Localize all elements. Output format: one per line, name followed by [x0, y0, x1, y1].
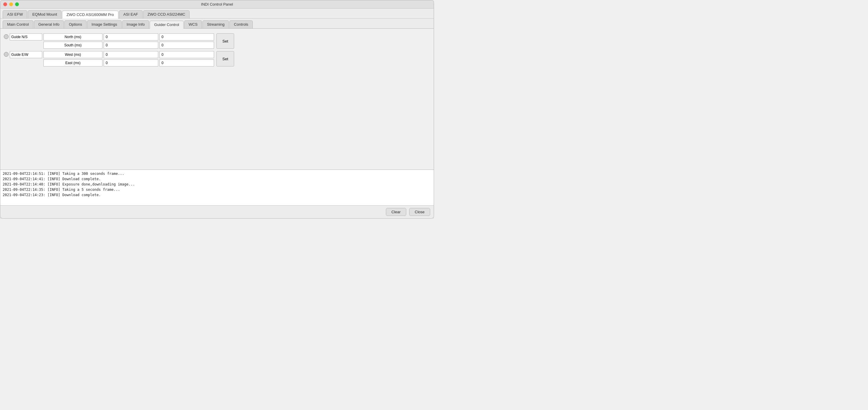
guide-ew-east-input1[interactable]: [106, 61, 156, 65]
bottom-bar: Clear Close: [0, 205, 434, 218]
clear-button[interactable]: Clear: [386, 208, 406, 216]
guide-ns-north-row: North (ms): [43, 33, 214, 40]
log-line-2: 2021-09-04T22:14:40: [INFO] Exposure don…: [3, 182, 431, 187]
device-tab-asi-eaf[interactable]: ASI EAF: [119, 10, 143, 18]
guide-ns-south-val2[interactable]: [159, 42, 214, 49]
log-area[interactable]: 2021-09-04T22:14:51: [INFO] Taking a 300…: [0, 170, 434, 205]
titlebar: INDI Control Panel: [0, 0, 434, 8]
device-tabs: ASI EFW EQMod Mount ZWO CCD ASI1600MM Pr…: [0, 8, 434, 19]
guide-ns-south-val1[interactable]: [104, 42, 158, 49]
guide-ns-south-label: South (ms): [43, 42, 102, 49]
guide-ns-controls: North (ms) South (ms): [43, 33, 214, 49]
guide-ns-south-input1[interactable]: [106, 43, 156, 47]
device-tab-asi-efw[interactable]: ASI EFW: [3, 10, 27, 18]
section-tabs: Main Control General Info Options Image …: [0, 19, 434, 29]
guide-ns-north-val1[interactable]: [104, 33, 158, 40]
guide-ew-controls: West (ms) East (ms): [43, 51, 214, 66]
log-line-0: 2021-09-04T22:14:51: [INFO] Taking a 300…: [3, 171, 431, 176]
guide-ns-indicator: [4, 34, 8, 39]
guide-ew-set-button[interactable]: Set: [216, 51, 234, 66]
guide-ew-west-val1[interactable]: [104, 51, 158, 58]
tab-controls[interactable]: Controls: [229, 20, 252, 28]
device-tab-zwo-224[interactable]: ZWO CCD ASI224MC: [143, 10, 190, 18]
guide-ew-west-label: West (ms): [43, 51, 102, 58]
log-line-3: 2021-09-04T22:14:35: [INFO] Taking a 5 s…: [3, 187, 431, 192]
close-window-button[interactable]: Close: [409, 208, 430, 216]
guide-ew-west-row: West (ms): [43, 51, 214, 58]
tab-general-info[interactable]: General Info: [34, 20, 64, 28]
tab-main-control[interactable]: Main Control: [3, 20, 33, 28]
guide-ew-west-input2[interactable]: [161, 53, 212, 57]
guide-ew-east-row: East (ms): [43, 59, 214, 66]
guide-ns-set-button[interactable]: Set: [216, 33, 234, 49]
tab-image-settings[interactable]: Image Settings: [87, 20, 122, 28]
guide-ns-north-input2[interactable]: [161, 35, 212, 39]
guide-ns-north-input1[interactable]: [106, 35, 156, 39]
device-tab-zwo-1600[interactable]: ZWO CCD ASI1600MM Pro: [62, 11, 118, 19]
guide-ns-row: Guide N/S North (ms) South (ms): [4, 33, 430, 49]
guide-ew-set-wrapper: Set: [216, 51, 234, 66]
log-line-1: 2021-09-04T22:14:41: [INFO] Download com…: [3, 176, 431, 182]
guide-ew-east-label: East (ms): [43, 59, 102, 66]
log-area-container: 2021-09-04T22:14:51: [INFO] Taking a 300…: [0, 170, 434, 205]
tab-image-info[interactable]: Image Info: [122, 20, 149, 28]
main-content: Guide N/S North (ms) South (ms): [0, 29, 434, 170]
window-title: INDI Control Panel: [201, 2, 233, 6]
maximize-button[interactable]: [15, 2, 19, 6]
guide-ns-south-row: South (ms): [43, 42, 214, 49]
close-button[interactable]: [3, 2, 7, 6]
guide-ew-indicator: [4, 52, 8, 57]
guide-ns-north-val2[interactable]: [159, 33, 214, 40]
guide-ew-east-val1[interactable]: [104, 59, 158, 66]
guide-ew-row: Guide E/W West (ms) East (ms): [4, 51, 430, 66]
guide-ns-set-wrapper: Set: [216, 33, 234, 49]
guide-ns-north-label: North (ms): [43, 33, 102, 40]
tab-wcs[interactable]: WCS: [184, 20, 202, 28]
log-line-4: 2021-09-04T22:14:23: [INFO] Download com…: [3, 192, 431, 198]
guide-ns-label: Guide N/S: [10, 33, 42, 40]
guide-ew-east-val2[interactable]: [159, 59, 214, 66]
device-tab-eqmod[interactable]: EQMod Mount: [28, 10, 61, 18]
guide-ew-west-input1[interactable]: [106, 53, 156, 57]
guide-ew-label: Guide E/W: [10, 51, 42, 58]
main-window: INDI Control Panel ASI EFW EQMod Mount Z…: [0, 0, 434, 218]
tab-streaming[interactable]: Streaming: [203, 20, 229, 28]
guide-ew-west-val2[interactable]: [159, 51, 214, 58]
minimize-button[interactable]: [9, 2, 13, 6]
guide-ew-east-input2[interactable]: [161, 61, 212, 65]
tab-guider-control[interactable]: Guider Control: [150, 21, 184, 29]
tab-options[interactable]: Options: [64, 20, 87, 28]
guide-ns-south-input2[interactable]: [161, 43, 212, 47]
titlebar-buttons: [3, 2, 19, 6]
